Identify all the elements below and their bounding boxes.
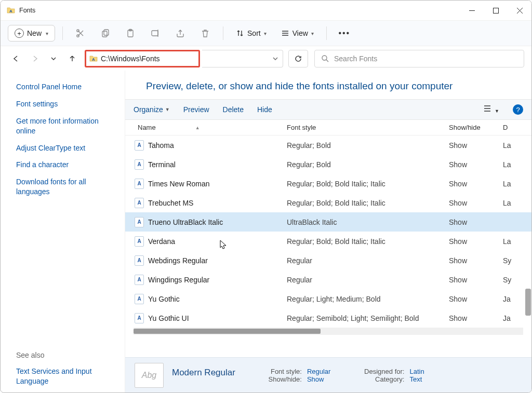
font-style: Regular; Bold; Bold Italic; Italic (287, 199, 449, 207)
details-showhide-value[interactable]: Show (307, 375, 324, 383)
share-button[interactable] (170, 24, 191, 43)
content-pane: Preview, delete, or show and hide the fo… (125, 71, 531, 392)
up-button[interactable] (64, 50, 81, 67)
back-button[interactable] (8, 50, 24, 67)
delete-font-button[interactable]: Delete (223, 105, 244, 114)
window-title: Fonts (19, 7, 35, 14)
font-name: Wingdings Regular (148, 276, 209, 284)
address-bar-dropdown[interactable] (202, 50, 283, 67)
svg-line-18 (326, 60, 328, 62)
table-row[interactable]: ATrueno UltraBlack ItalicUltraBlack Ital… (125, 212, 531, 232)
column-header-style[interactable]: Font style (287, 124, 449, 131)
separator (223, 26, 223, 40)
font-showhide: Show (449, 180, 503, 188)
sidebar-link-control-panel-home[interactable]: Control Panel Home (16, 82, 118, 92)
scrollbar-thumb[interactable] (134, 329, 321, 334)
page-heading: Preview, delete, or show and hide the fo… (125, 71, 531, 99)
paste-button[interactable] (120, 24, 141, 43)
help-button[interactable]: ? (513, 104, 523, 115)
chevron-down-icon: ▾ (311, 31, 314, 36)
sidebar-link-cleartype[interactable]: Adjust ClearType text (16, 143, 118, 153)
font-name: Webdings Regular (148, 256, 208, 265)
font-style: Regular; Bold; Bold Italic; Italic (287, 180, 449, 188)
table-row[interactable]: ATimes New RomanRegular; Bold; Bold Ital… (125, 174, 531, 193)
forward-button[interactable] (26, 50, 43, 67)
navigation-bar: A (1, 46, 531, 71)
font-file-icon: A (135, 140, 144, 151)
plus-icon: + (15, 29, 24, 38)
svg-rect-2 (493, 8, 498, 13)
details-designed-value[interactable]: Latin (409, 368, 424, 375)
search-box[interactable] (314, 50, 524, 67)
font-file-icon: A (135, 159, 144, 170)
svg-point-6 (77, 30, 79, 32)
view-options-button[interactable]: ▼ (483, 104, 499, 115)
recent-locations-button[interactable] (45, 50, 62, 67)
font-designed-for: Ja (503, 314, 518, 322)
address-input[interactable] (101, 55, 195, 63)
column-header-name[interactable]: Name ▲ (134, 124, 287, 131)
sort-button[interactable]: Sort ▾ (231, 26, 272, 40)
details-category-value[interactable]: Text (409, 375, 422, 383)
font-style: Regular; Bold (287, 160, 449, 169)
copy-button[interactable] (95, 24, 116, 43)
font-showhide: Show (449, 141, 503, 150)
details-category-label: Category: (356, 375, 404, 383)
table-row[interactable]: AVerdanaRegular; Bold; Bold Italic; Ital… (125, 232, 531, 251)
sidebar-link-download-all[interactable]: Download fonts for all languages (16, 177, 118, 197)
sidebar-link-find-character[interactable]: Find a character (16, 160, 118, 170)
details-showhide-label: Show/hide: (261, 375, 302, 383)
horizontal-scrollbar[interactable] (134, 328, 523, 335)
delete-button[interactable] (195, 24, 216, 43)
font-file-icon: A (135, 217, 144, 227)
table-row[interactable]: AWingdings RegularRegularShowSy (125, 270, 531, 289)
table-row[interactable]: ATerminalRegular; BoldShowLa (125, 155, 531, 174)
maximize-button[interactable] (484, 1, 508, 20)
font-file-icon: A (135, 313, 144, 323)
view-button[interactable]: View ▾ (276, 26, 319, 40)
font-style: Regular; Bold (287, 141, 449, 150)
refresh-button[interactable] (288, 50, 308, 67)
details-fontstyle-value[interactable]: Regular (307, 368, 331, 375)
address-bar[interactable]: A (85, 50, 200, 67)
column-header-showhide[interactable]: Show/hide (449, 124, 503, 131)
font-designed-for: Sy (503, 256, 518, 265)
table-row[interactable]: AYu Gothic UIRegular; Semibold; Light; S… (125, 308, 531, 328)
font-showhide: Show (449, 199, 503, 207)
new-button[interactable]: + New ▾ (8, 25, 55, 42)
font-style: Regular; Semibold; Light; Semilight; Bol… (287, 314, 449, 322)
hide-font-button[interactable]: Hide (257, 105, 272, 114)
font-style: Regular; Bold; Bold Italic; Italic (287, 237, 449, 246)
table-row[interactable]: ATrebuchet MSRegular; Bold; Bold Italic;… (125, 193, 531, 212)
svg-text:A: A (9, 9, 12, 13)
table-row[interactable]: AYu GothicRegular; Light; Medium; BoldSh… (125, 289, 531, 308)
font-showhide: Show (449, 237, 503, 246)
font-style: UltraBlack Italic (287, 218, 449, 226)
minimize-button[interactable] (460, 1, 484, 20)
table-rows: ATahomaRegular; BoldShowLaATerminalRegul… (125, 135, 531, 328)
font-table: Name ▲ Font style Show/hide D ATahomaReg… (125, 120, 531, 357)
sidebar-link-more-info[interactable]: Get more font information online (16, 116, 118, 136)
font-file-icon: A (135, 236, 144, 247)
table-row[interactable]: AWebdings RegularRegularShowSy (125, 251, 531, 270)
sidebar-link-text-services[interactable]: Text Services and Input Language (16, 367, 118, 386)
cut-button[interactable] (70, 24, 91, 43)
rename-button[interactable] (145, 24, 166, 43)
font-file-icon: A (135, 275, 144, 285)
organize-button[interactable]: Organize ▼ (134, 105, 170, 114)
close-button[interactable] (508, 1, 531, 20)
sidebar-link-font-settings[interactable]: Font settings (16, 99, 118, 109)
font-style: Regular; Light; Medium; Bold (287, 295, 449, 303)
more-button[interactable]: ••• (334, 24, 355, 43)
font-designed-for: La (503, 237, 518, 246)
table-row[interactable]: ATahomaRegular; BoldShowLa (125, 135, 531, 155)
font-file-icon: A (135, 179, 144, 189)
preview-button[interactable]: Preview (183, 105, 209, 114)
search-input[interactable] (334, 55, 517, 63)
vertical-scrollbar[interactable] (525, 289, 531, 316)
font-file-icon: A (135, 294, 144, 304)
view-icon (281, 29, 289, 37)
column-header-designed[interactable]: D (503, 124, 518, 131)
view-label: View (292, 29, 308, 37)
chevron-down-icon (272, 56, 278, 62)
